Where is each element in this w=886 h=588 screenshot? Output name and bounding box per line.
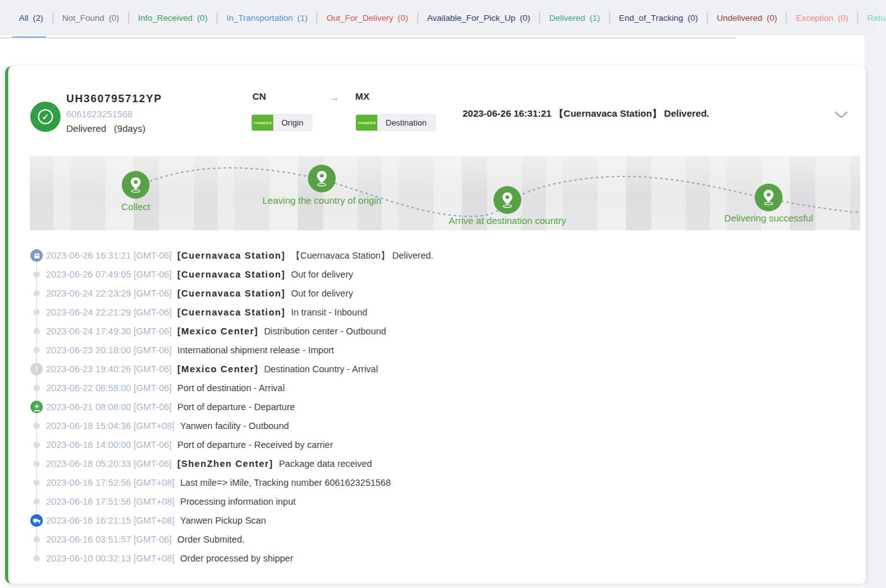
milestone-label: Collect (121, 201, 150, 212)
status-tab-undelivered[interactable]: Undelivered (0) (698, 0, 777, 35)
dot-icon (33, 290, 40, 297)
status-tabs: All (2) Not_Found (0) Info_Received (0) … (0, 0, 886, 35)
event-location: [ShenZhen Center] (177, 459, 273, 469)
tab-count: (0) (398, 13, 408, 23)
timeline-event: 2023-06-23 20:18:00 [GMT-06]Internationa… (8, 341, 859, 360)
event-time: 2023-06-21 08:08:00 [GMT-06] (46, 402, 172, 412)
status-tab-available_for_pick_up[interactable]: Available_For_Pick_Up (0) (408, 0, 531, 35)
tabbar-divider (0, 37, 736, 38)
dot-icon (33, 271, 40, 278)
status-tab-delivered[interactable]: Delivered (1) (530, 0, 600, 35)
timeline-event: 2023-06-26 07:49:05 [GMT-06][Cuernavaca … (8, 265, 859, 284)
check-icon: ✓ (38, 109, 53, 124)
tab-label: End_of_Tracking (619, 13, 683, 23)
event-time: 2023-06-26 16:31:21 [GMT-06] (46, 250, 172, 261)
collapse-card-button[interactable] (832, 108, 850, 122)
event-time: 2023-06-10 00:32:13 [GMT+08] (46, 553, 175, 563)
event-description: Port of destination - Arrival (177, 383, 285, 393)
milestone-leaving-origin: Leaving the country of origin (308, 165, 336, 192)
origin-country: CN (252, 91, 266, 102)
dot-icon (33, 536, 40, 543)
timeline-event: 2023-06-16 17:51:56 [GMT+08]Processing i… (8, 492, 859, 511)
package-icon (30, 249, 43, 262)
origin-badge-label: Origin (273, 115, 312, 131)
event-time: 2023-06-16 03:51:57 [GMT-06] (46, 534, 172, 544)
tracking-card: ✓ UH360795712YP 6061623251568 Delivered … (5, 66, 866, 584)
timeline-event: 2023-06-24 17:49:30 [GMT-06][Mexico Cent… (8, 322, 859, 341)
event-description: Distribution center - Outbound (264, 326, 386, 336)
destination-country: MX (355, 91, 370, 102)
dot-icon (33, 498, 40, 505)
timeline-event: ✈ 2023-06-21 08:08:00 [GMT-06]Port of de… (8, 397, 859, 416)
timeline-event: 2023-06-26 16:31:21 [GMT-06][Cuernavaca … (8, 246, 859, 265)
tab-count: (0) (767, 13, 777, 23)
destination-badge-label: Destination (377, 115, 435, 131)
tab-label: Available_For_Pick_Up (427, 13, 516, 23)
dot-icon (33, 347, 40, 353)
destination-carrier-badge: YANWEN Destination (355, 114, 435, 131)
tab-label: Info_Received (138, 13, 192, 23)
timeline-event: 2023-06-10 00:32:13 [GMT+08]Order proces… (8, 549, 859, 568)
milestone-label: Delivering successful (724, 213, 813, 223)
status-text: Delivered (66, 123, 106, 134)
milestone-arrive-destination: Arrive at destination country (493, 186, 521, 214)
status-tab-returned[interactable]: Returned (0) (848, 0, 886, 35)
event-time: 2023-06-24 22:21:29 [GMT-06] (46, 307, 172, 317)
event-description: Port of departure - Received by carrier (177, 440, 333, 450)
event-time: 2023-06-22 08:58:00 [GMT-06] (46, 383, 172, 393)
event-description: Order Submited. (177, 534, 244, 544)
event-time: 2023-06-24 17:49:30 [GMT-06] (46, 326, 172, 336)
timeline-event: 2023-06-16 17:52:56 [GMT+08]Last mile=> … (8, 473, 859, 492)
tab-label: Exception (796, 13, 833, 23)
location-pin-icon (493, 186, 521, 214)
tab-count: (2) (33, 13, 44, 23)
location-pin-icon (755, 184, 783, 211)
status-tab-exception[interactable]: Exception (0) (777, 0, 848, 35)
event-location: [Cuernavaca Station] (177, 288, 285, 298)
milestone-delivering-successful: Delivering successful (755, 184, 783, 211)
dot-icon (33, 309, 40, 315)
status-tab-out_for_delivery[interactable]: Out_For_Delivery (0) (307, 0, 408, 35)
event-location: [Cuernavaca Station] (177, 307, 285, 317)
timeline-list: 2023-06-26 16:31:21 [GMT-06][Cuernavaca … (8, 246, 859, 568)
timeline-event: 2023-06-24 22:23:29 [GMT-06][Cuernavaca … (8, 284, 859, 303)
shipment-status: Delivered (9days) (66, 123, 146, 134)
dot-icon (33, 442, 40, 448)
event-location: [Cuernavaca Station] (177, 269, 285, 279)
event-description: In transit - Inbound (291, 307, 367, 317)
event-description: International shipment release - Import (177, 345, 334, 355)
status-tab-end_of_tracking[interactable]: End_of_Tracking (0) (600, 0, 698, 35)
tab-label: Not_Found (62, 13, 105, 23)
event-time: 2023-06-16 17:52:56 [GMT+08] (46, 478, 175, 488)
event-description: Port of departure - Departure (177, 402, 295, 412)
timeline-event: 2023-06-18 05:20:33 [GMT-06][ShenZhen Ce… (8, 454, 859, 473)
route-arrow-icon: → (329, 91, 340, 104)
location-pin-icon (308, 165, 336, 192)
timeline-event: 2023-06-18 14:00:00 [GMT-06]Port of depa… (8, 435, 859, 454)
carrier-logo-icon: YANWEN (252, 115, 273, 131)
status-tabbar: All (2) Not_Found (0) Info_Received (0) … (0, 0, 877, 35)
dot-icon (33, 328, 40, 334)
status-tab-not_found[interactable]: Not_Found (0) (44, 0, 119, 35)
event-time: 2023-06-16 16:21:15 [GMT+08] (46, 515, 175, 526)
event-description: 【Cuernavaca Station】 Delivered. (291, 250, 434, 261)
tab-count: (0) (109, 13, 119, 23)
status-tab-info_received[interactable]: Info_Received (0) (119, 0, 208, 35)
tab-count: (0) (838, 13, 849, 23)
event-time: 2023-06-16 17:51:56 [GMT+08] (46, 497, 175, 507)
delivered-status-icon: ✓ (30, 102, 61, 132)
tab-count: (0) (197, 13, 208, 23)
event-description: Last mile=> iMile, Tracking number 60616… (180, 478, 391, 488)
event-location: [Cuernavaca Station] (177, 250, 285, 261)
origin-carrier-badge: YANWEN Origin (251, 114, 312, 131)
timeline-event: ! 2023-06-23 19:40:26 [GMT-06][Mexico Ce… (8, 360, 859, 379)
event-time: 2023-06-18 15:04:36 [GMT+08] (46, 421, 175, 431)
duration-text: (9days) (114, 123, 146, 134)
timeline-event: 2023-06-22 08:58:00 [GMT-06]Port of dest… (8, 379, 859, 397)
event-time: 2023-06-26 07:49:05 [GMT-06] (46, 269, 172, 279)
tab-count: (1) (589, 13, 600, 23)
status-tab-all[interactable]: All (2) (19, 0, 44, 35)
location-pin-icon (122, 171, 150, 199)
status-tab-in_transportation[interactable]: In_Transportation (1) (208, 0, 308, 35)
timeline-event: 2023-06-16 16:21:15 [GMT+08]Yanwen Picku… (8, 511, 859, 530)
